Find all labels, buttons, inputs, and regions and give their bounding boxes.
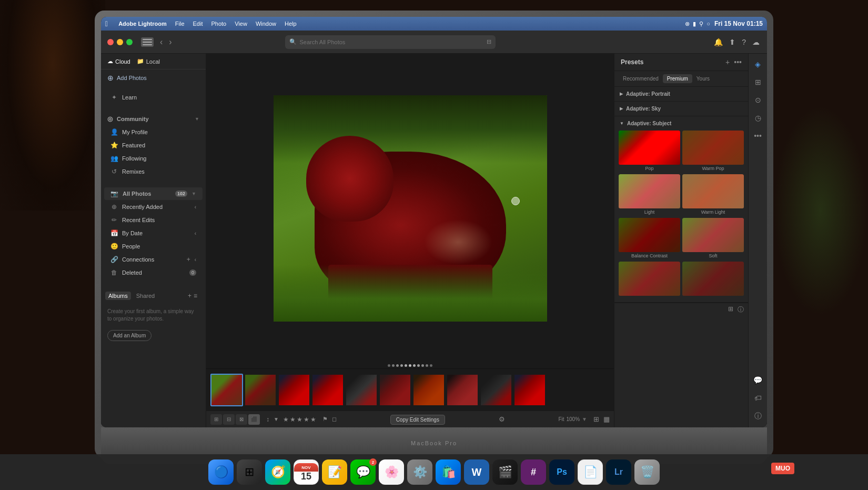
square-grid-btn[interactable]: ⊟ [223,414,235,425]
cloud-sync-icon[interactable]: ☁ [751,37,761,47]
sidebar-item-my-profile[interactable]: 👤 My Profile [104,126,203,138]
back-button[interactable]: ‹ [158,36,165,48]
flag-icon[interactable]: ⚑ [322,416,328,423]
rail-tag-icon[interactable]: 🏷 [752,392,764,404]
filmstrip-thumb-2[interactable] [244,374,277,406]
menu-edit[interactable]: Edit [193,21,203,27]
rail-bottom-info-icon[interactable]: ⓘ [752,409,764,423]
adaptive-portrait-header[interactable]: ▶ Adaptive: Portrait [614,89,748,99]
star-4[interactable]: ★ [304,416,309,423]
tab-yours[interactable]: Yours [692,74,714,83]
sidebar-item-learn[interactable]: ✦ Learn [104,91,203,104]
dock-textedit[interactable]: 📄 [578,459,603,485]
preset-pop[interactable]: Pop [619,131,680,172]
dock-photos[interactable]: 🌸 [379,459,404,485]
add-album-icon[interactable]: + [188,292,191,299]
star-2[interactable]: ★ [290,416,296,423]
shared-tab[interactable]: Shared [133,292,158,300]
filmstrip-thumb-7[interactable] [412,374,445,406]
filter-icon[interactable]: ⊟ [487,38,491,45]
sort-chevron[interactable]: ▼ [274,416,279,422]
sidebar-item-featured[interactable]: ⭐ Featured [104,139,203,152]
adaptive-subject-header[interactable]: ▼ Adaptive: Subject [614,118,748,128]
copy-edit-button[interactable]: Copy Edit Settings [390,415,445,425]
grid-options-icon[interactable]: ⊞ [593,415,599,423]
search-menu-icon[interactable]: ⚲ [699,21,703,27]
dock-safari[interactable]: 🧭 [265,459,290,485]
rail-more-icon[interactable]: ••• [752,129,764,142]
preset-options-icon[interactable]: ••• [734,58,742,66]
dock-lightroom[interactable]: Lr [606,459,631,485]
sidebar-toggle-button[interactable] [141,37,154,47]
notifications-icon[interactable]: 🔔 [713,37,724,47]
dock-system-prefs[interactable]: ⚙️ [407,459,432,485]
siri-icon[interactable]: ○ [706,21,710,27]
local-tab[interactable]: 📁 Local [137,58,160,65]
apple-menu-icon[interactable]:  [105,19,108,28]
sidebar-item-recent-edits[interactable]: ✏ Recent Edits [104,214,203,226]
tab-recommended[interactable]: Recommended [619,74,663,83]
menu-window[interactable]: Window [256,21,276,27]
preset-soft[interactable]: Soft [682,218,744,259]
star-5[interactable]: ★ [310,416,316,423]
rail-edit-icon[interactable]: ⊞ [753,76,763,88]
star-3[interactable]: ★ [297,416,302,423]
label-icon[interactable]: ◻ [332,416,337,423]
menu-app-name[interactable]: Adobe Lightroom [118,21,167,27]
zoom-chevron[interactable]: ▼ [582,416,587,422]
albums-tab[interactable]: Albums [105,292,131,300]
filmstrip-thumb-3[interactable] [278,374,310,406]
dock-photoshop[interactable]: Ps [549,459,574,485]
cloud-tab[interactable]: ☁ Cloud [107,58,130,65]
filmstrip-thumb-5[interactable] [345,374,378,406]
preset-warm-pop[interactable]: Warm Pop [682,131,744,172]
help-icon[interactable]: ? [741,37,747,47]
rail-detail-icon[interactable]: ⊙ [753,94,763,106]
connections-add[interactable]: + [187,256,190,263]
share-icon[interactable]: ⬆ [728,37,736,47]
menu-help[interactable]: Help [285,21,297,27]
tab-premium[interactable]: Premium [663,74,692,83]
community-header[interactable]: ◎ Community ▼ [101,113,206,125]
dock-davinci[interactable]: 🎬 [492,459,518,485]
filmstrip[interactable] [206,368,614,411]
dock-launchpad[interactable]: ⊞ [237,459,262,485]
adaptive-sky-header[interactable]: ▶ Adaptive: Sky [614,104,748,114]
panel-grid-icon[interactable]: ⊞ [728,305,733,314]
preset-balance-contrast[interactable]: Balance Contrast [619,218,680,259]
rail-clock-icon[interactable]: ◷ [753,112,763,124]
main-photo-container[interactable] [206,54,614,363]
dock-app-store[interactable]: 🛍️ [436,459,461,485]
dock-slack[interactable]: # [521,459,546,485]
close-button[interactable] [107,39,114,45]
search-input[interactable] [300,39,483,45]
filmstrip-thumb-8[interactable] [446,374,479,406]
dock-calendar[interactable]: NOV 15 [294,459,319,485]
rail-chat-icon[interactable]: 💬 [751,374,764,386]
minimize-button[interactable] [117,39,123,45]
filmstrip-thumb-1[interactable] [210,374,243,406]
rail-presets-icon[interactable]: ◈ [753,58,763,71]
preset-item-8[interactable] [682,262,744,298]
search-bar[interactable]: 🔍 ⊟ [285,35,496,49]
preset-light[interactable]: Light [619,174,680,216]
sidebar-item-following[interactable]: 👥 Following [104,152,203,165]
filmstrip-thumb-4[interactable] [311,374,344,406]
forward-button[interactable]: › [167,36,174,48]
settings-gear-icon[interactable]: ⚙ [499,415,505,423]
preset-item-7[interactable] [619,262,680,298]
sidebar-item-recently-added[interactable]: ⊕ Recently Added ‹ [104,201,203,213]
sort-icon[interactable]: ↕ [266,416,269,423]
star-1[interactable]: ★ [283,416,289,423]
sidebar-item-people[interactable]: 🙂 People [104,240,203,253]
add-photos-button[interactable]: ⊕ Add Photos [101,69,206,86]
filmstrip-thumb-10[interactable] [513,374,546,406]
dock-trash[interactable]: 🗑️ [634,459,660,485]
panel-info-icon[interactable]: ⓘ [738,305,744,314]
menu-file[interactable]: File [175,21,185,27]
grid-view-btn[interactable]: ⊞ [210,414,222,425]
filmstrip-thumb-6[interactable] [379,374,411,406]
compare-btn[interactable]: ⊠ [236,414,247,425]
sidebar-item-deleted[interactable]: 🗑 Deleted 0 [104,266,203,279]
dock-finder[interactable]: 🔵 [208,459,234,485]
